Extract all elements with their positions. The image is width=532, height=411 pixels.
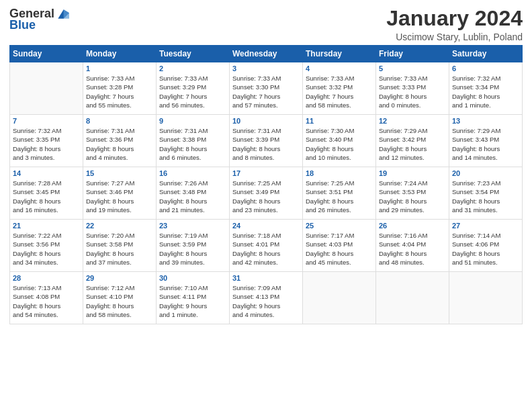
day-number: 19 <box>379 169 446 177</box>
day-info: Sunrise: 7:25 AMSunset: 3:49 PMDaylight:… <box>232 179 300 214</box>
day-number: 28 <box>13 274 80 282</box>
calendar-cell: 16Sunrise: 7:26 AMSunset: 3:48 PMDayligh… <box>157 167 230 220</box>
day-info: Sunrise: 7:33 AMSunset: 3:29 PMDaylight:… <box>159 74 226 109</box>
header-sunday: Sunday <box>10 46 83 62</box>
calendar-cell: 11Sunrise: 7:30 AMSunset: 3:40 PMDayligh… <box>303 115 376 167</box>
calendar-cell: 8Sunrise: 7:31 AMSunset: 3:36 PMDaylight… <box>83 115 157 167</box>
calendar-cell: 15Sunrise: 7:27 AMSunset: 3:46 PMDayligh… <box>83 167 157 220</box>
day-number: 30 <box>159 274 226 282</box>
calendar-cell: 26Sunrise: 7:16 AMSunset: 4:04 PMDayligh… <box>376 220 449 272</box>
day-number: 4 <box>306 64 373 73</box>
day-info: Sunrise: 7:31 AMSunset: 3:36 PMDaylight:… <box>86 126 153 162</box>
day-number: 21 <box>13 222 80 230</box>
day-number: 3 <box>232 64 300 73</box>
day-number: 1 <box>86 64 153 73</box>
day-number: 11 <box>306 117 373 125</box>
day-info: Sunrise: 7:25 AMSunset: 3:51 PMDaylight:… <box>306 179 373 214</box>
calendar-cell: 30Sunrise: 7:10 AMSunset: 4:11 PMDayligh… <box>157 272 230 324</box>
day-number: 14 <box>13 169 80 177</box>
logo-blue: Blue <box>9 18 36 32</box>
calendar-cell: 25Sunrise: 7:17 AMSunset: 4:03 PMDayligh… <box>303 220 376 272</box>
day-info: Sunrise: 7:18 AMSunset: 4:01 PMDaylight:… <box>232 231 300 267</box>
day-info: Sunrise: 7:19 AMSunset: 3:59 PMDaylight:… <box>159 231 226 267</box>
calendar-cell: 18Sunrise: 7:25 AMSunset: 3:51 PMDayligh… <box>303 167 376 220</box>
calendar-cell: 6Sunrise: 7:32 AMSunset: 3:34 PMDaylight… <box>449 62 523 115</box>
calendar-cell: 5Sunrise: 7:33 AMSunset: 3:33 PMDaylight… <box>376 62 449 115</box>
calendar-cell: 24Sunrise: 7:18 AMSunset: 4:01 PMDayligh… <box>230 220 303 272</box>
calendar-cell <box>10 62 83 115</box>
calendar-cell <box>449 272 523 324</box>
day-info: Sunrise: 7:27 AMSunset: 3:46 PMDaylight:… <box>86 179 153 214</box>
day-number: 26 <box>379 222 446 230</box>
calendar-cell <box>303 272 376 324</box>
day-number: 20 <box>452 169 519 177</box>
main-container: General Blue January 2024 Uscimow Stary,… <box>0 0 532 328</box>
day-number: 2 <box>159 64 226 73</box>
day-info: Sunrise: 7:16 AMSunset: 4:04 PMDaylight:… <box>379 231 446 267</box>
calendar-cell: 29Sunrise: 7:12 AMSunset: 4:10 PMDayligh… <box>83 272 157 324</box>
calendar-cell: 10Sunrise: 7:31 AMSunset: 3:39 PMDayligh… <box>230 115 303 167</box>
logo-icon <box>56 8 69 20</box>
day-info: Sunrise: 7:22 AMSunset: 3:56 PMDaylight:… <box>13 231 80 267</box>
header-row: General Blue January 2024 Uscimow Stary,… <box>9 7 523 42</box>
day-info: Sunrise: 7:24 AMSunset: 3:53 PMDaylight:… <box>379 179 446 214</box>
calendar-cell: 17Sunrise: 7:25 AMSunset: 3:49 PMDayligh… <box>230 167 303 220</box>
day-number: 27 <box>452 222 519 230</box>
header-thursday: Thursday <box>303 46 376 62</box>
calendar-cell <box>376 272 449 324</box>
day-info: Sunrise: 7:33 AMSunset: 3:28 PMDaylight:… <box>86 74 153 109</box>
title-block: January 2024 Uscimow Stary, Lublin, Pola… <box>386 7 523 42</box>
calendar-cell: 28Sunrise: 7:13 AMSunset: 4:08 PMDayligh… <box>10 272 83 324</box>
calendar-cell: 23Sunrise: 7:19 AMSunset: 3:59 PMDayligh… <box>157 220 230 272</box>
day-number: 24 <box>232 222 300 230</box>
day-number: 10 <box>232 117 300 125</box>
calendar-cell: 22Sunrise: 7:20 AMSunset: 3:58 PMDayligh… <box>83 220 157 272</box>
month-title: January 2024 <box>386 7 523 30</box>
day-info: Sunrise: 7:29 AMSunset: 3:43 PMDaylight:… <box>452 126 519 162</box>
calendar-week-0: 1Sunrise: 7:33 AMSunset: 3:28 PMDaylight… <box>10 62 523 115</box>
day-info: Sunrise: 7:26 AMSunset: 3:48 PMDaylight:… <box>159 179 226 214</box>
day-number: 9 <box>159 117 226 125</box>
day-info: Sunrise: 7:17 AMSunset: 4:03 PMDaylight:… <box>306 231 373 267</box>
day-info: Sunrise: 7:32 AMSunset: 3:35 PMDaylight:… <box>13 126 80 162</box>
day-number: 23 <box>159 222 226 230</box>
day-number: 5 <box>379 64 446 73</box>
calendar-cell: 12Sunrise: 7:29 AMSunset: 3:42 PMDayligh… <box>376 115 449 167</box>
day-info: Sunrise: 7:20 AMSunset: 3:58 PMDaylight:… <box>86 231 153 267</box>
logo: General Blue <box>9 7 69 32</box>
day-info: Sunrise: 7:28 AMSunset: 3:45 PMDaylight:… <box>13 179 80 214</box>
header-tuesday: Tuesday <box>157 46 230 62</box>
day-number: 15 <box>86 169 153 177</box>
calendar-cell: 14Sunrise: 7:28 AMSunset: 3:45 PMDayligh… <box>10 167 83 220</box>
day-number: 7 <box>13 117 80 125</box>
calendar-cell: 19Sunrise: 7:24 AMSunset: 3:53 PMDayligh… <box>376 167 449 220</box>
day-info: Sunrise: 7:14 AMSunset: 4:06 PMDaylight:… <box>452 231 519 267</box>
day-info: Sunrise: 7:33 AMSunset: 3:30 PMDaylight:… <box>232 74 300 109</box>
day-info: Sunrise: 7:12 AMSunset: 4:10 PMDaylight:… <box>86 283 153 319</box>
calendar-cell: 4Sunrise: 7:33 AMSunset: 3:32 PMDaylight… <box>303 62 376 115</box>
day-info: Sunrise: 7:30 AMSunset: 3:40 PMDaylight:… <box>306 126 373 162</box>
day-number: 17 <box>232 169 300 177</box>
calendar-cell: 31Sunrise: 7:09 AMSunset: 4:13 PMDayligh… <box>230 272 303 324</box>
calendar-week-4: 28Sunrise: 7:13 AMSunset: 4:08 PMDayligh… <box>10 272 523 324</box>
day-number: 13 <box>452 117 519 125</box>
calendar-table: Sunday Monday Tuesday Wednesday Thursday… <box>9 45 523 324</box>
day-info: Sunrise: 7:09 AMSunset: 4:13 PMDaylight:… <box>232 283 300 319</box>
header-friday: Friday <box>376 46 449 62</box>
day-info: Sunrise: 7:31 AMSunset: 3:38 PMDaylight:… <box>159 126 226 162</box>
calendar-cell: 9Sunrise: 7:31 AMSunset: 3:38 PMDaylight… <box>157 115 230 167</box>
day-info: Sunrise: 7:31 AMSunset: 3:39 PMDaylight:… <box>232 126 300 162</box>
day-number: 29 <box>86 274 153 282</box>
header-monday: Monday <box>83 46 157 62</box>
day-info: Sunrise: 7:10 AMSunset: 4:11 PMDaylight:… <box>159 283 226 319</box>
location-subtitle: Uscimow Stary, Lublin, Poland <box>386 32 523 42</box>
day-number: 31 <box>232 274 300 282</box>
calendar-cell: 7Sunrise: 7:32 AMSunset: 3:35 PMDaylight… <box>10 115 83 167</box>
day-number: 8 <box>86 117 153 125</box>
svg-marker-1 <box>64 9 69 18</box>
calendar-cell: 3Sunrise: 7:33 AMSunset: 3:30 PMDaylight… <box>230 62 303 115</box>
calendar-cell: 27Sunrise: 7:14 AMSunset: 4:06 PMDayligh… <box>449 220 523 272</box>
day-info: Sunrise: 7:33 AMSunset: 3:33 PMDaylight:… <box>379 74 446 109</box>
calendar-cell: 21Sunrise: 7:22 AMSunset: 3:56 PMDayligh… <box>10 220 83 272</box>
day-number: 16 <box>159 169 226 177</box>
